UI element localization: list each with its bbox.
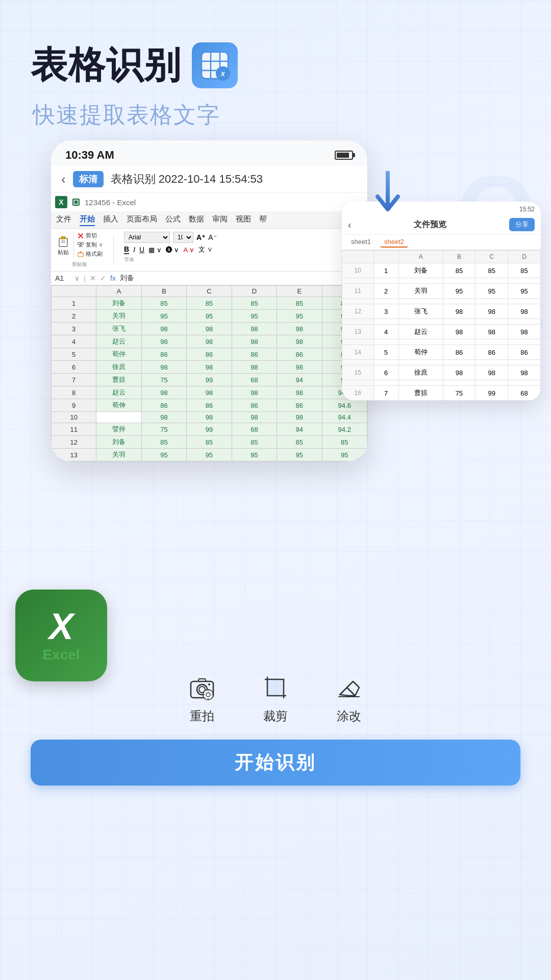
font-shrink-btn[interactable]: A⁻ [208, 233, 216, 241]
menu-insert[interactable]: 插入 [103, 213, 118, 226]
preview-cell [443, 278, 475, 284]
preview-cell [443, 360, 475, 365]
font-label: 字体 [124, 256, 362, 263]
status-time: 10:39 AM [65, 149, 114, 162]
svg-rect-11 [61, 236, 66, 239]
preview-cell: 曹掠 [398, 386, 443, 401]
table-cell: 刘备 [96, 436, 141, 449]
table-cell: 85 [187, 297, 232, 310]
table-cell: 98 [187, 386, 232, 399]
excel-table: A B C D E F 1刘备85858585852关羽95959595953张… [51, 285, 367, 461]
font-grow-btn[interactable]: A⁺ [196, 233, 205, 241]
preview-cell [475, 380, 508, 386]
arrow-decoration [367, 171, 408, 224]
preview-cell [342, 339, 374, 345]
font-selector[interactable]: Arial [124, 232, 170, 243]
menu-formula[interactable]: 公式 [165, 213, 181, 226]
preview-cell [443, 319, 475, 325]
table-cell: 98 [232, 361, 277, 374]
phone-area: 10:39 AM ‹ 标清 表格识别 2022-10-14 15:54:53 X [0, 140, 551, 641]
col-header-e: E [277, 286, 322, 297]
underline-btn[interactable]: U [139, 246, 144, 254]
preview-cell: 荀仲 [398, 345, 443, 360]
menu-start[interactable]: 开始 [80, 213, 95, 226]
preview-cell: 98 [508, 365, 541, 380]
table-cell: 13 [52, 449, 96, 461]
italic-btn[interactable]: I [133, 246, 135, 254]
preview-cell: 10 [342, 263, 374, 278]
toolbar-retake[interactable]: 重拍 [186, 671, 218, 724]
table-cell: 荀仲 [96, 348, 141, 361]
preview-cell: 12 [342, 304, 374, 319]
table-cell: 85 [141, 297, 186, 310]
preview-cell: 2 [373, 284, 398, 299]
bold-btn[interactable]: B [124, 245, 129, 254]
status-right [335, 151, 353, 160]
start-btn-wrap: 开始识别 [0, 734, 551, 811]
preview-cell: 98 [475, 365, 508, 380]
svg-rect-16 [78, 253, 83, 257]
toolbar-crop[interactable]: 裁剪 [259, 671, 292, 724]
preview-cell [443, 339, 475, 345]
font-size-selector[interactable]: 10 [173, 232, 193, 243]
menu-page-layout[interactable]: 页面布局 [127, 213, 157, 226]
table-cell: 94.6 [322, 399, 367, 412]
format-btn[interactable]: 文 ∨ [198, 245, 213, 254]
menu-file[interactable]: 文件 [56, 213, 71, 226]
table-cell: 85 [232, 297, 277, 310]
menu-data[interactable]: 数据 [189, 213, 204, 226]
table-cell: 荀伸 [96, 399, 141, 412]
preview-back[interactable]: ‹ [348, 219, 352, 231]
preview-cell: 4 [373, 325, 398, 339]
table-cell: 譬捽 [96, 423, 141, 436]
table-cell: 4 [52, 335, 96, 348]
preview-cell [508, 380, 541, 386]
back-button[interactable]: ‹ [61, 172, 66, 187]
start-button[interactable]: 开始识别 [31, 740, 520, 786]
excel-filename: 123456 - Excel [85, 198, 136, 207]
preview-title: 文件预览 [414, 219, 446, 230]
border-btn[interactable]: ▦ ∨ [148, 246, 162, 254]
menu-review[interactable]: 审阅 [212, 213, 228, 226]
svg-point-14 [78, 242, 81, 244]
preview-cell: 98 [475, 304, 508, 319]
preview-cell: 15 [342, 365, 374, 380]
preview-cell: 关羽 [398, 284, 443, 299]
menu-view[interactable]: 视图 [236, 213, 251, 226]
svg-rect-27 [267, 679, 284, 696]
preview-cell [342, 278, 374, 284]
preview-cell: 5 [373, 345, 398, 360]
prev-col-b: A [398, 251, 443, 263]
preview-cell: 刘备 [398, 263, 443, 278]
table-cell: 98 [187, 361, 232, 374]
preview-table-wrap: A B C D 101刘备858585112关羽959595123张飞98989… [342, 250, 541, 401]
table-cell: 95 [277, 449, 322, 461]
table-cell: 85 [322, 436, 367, 449]
table-cell: 98 [277, 412, 322, 423]
fill-color-btn[interactable]: 🅐 ∨ [166, 246, 180, 254]
preview-cell [342, 319, 374, 325]
preview-cell [443, 299, 475, 304]
preview-cell [475, 278, 508, 284]
menu-help[interactable]: 帮 [259, 213, 267, 226]
table-cell: 86 [187, 399, 232, 412]
table-cell: 张飞 [96, 323, 141, 335]
battery-icon [335, 151, 353, 160]
preview-cell [443, 380, 475, 386]
preview-cell [398, 278, 443, 284]
toolbar-erase[interactable]: 涂改 [333, 671, 365, 724]
sheet1-tab[interactable]: sheet1 [347, 237, 375, 248]
table-cell: 98 [141, 386, 186, 399]
table-cell: 98 [187, 412, 232, 423]
preview-cell: 85 [475, 263, 508, 278]
preview-cell: 7 [373, 386, 398, 401]
font-color-btn[interactable]: A ∨ [183, 246, 194, 254]
excel-container: X 123456 - Excel 文件 开始 插入 页面布局 公式 数据 审阅 … [51, 193, 367, 461]
table-cell: 8 [52, 386, 96, 399]
excel-ribbon: 粘贴 剪切 复制 ∨ [51, 229, 367, 272]
preview-cell: 98 [508, 325, 541, 339]
share-button[interactable]: 分享 [509, 218, 535, 231]
preview-cell [508, 278, 541, 284]
sheet2-tab[interactable]: sheet2 [380, 237, 408, 248]
table-cell: 85 [277, 297, 322, 310]
